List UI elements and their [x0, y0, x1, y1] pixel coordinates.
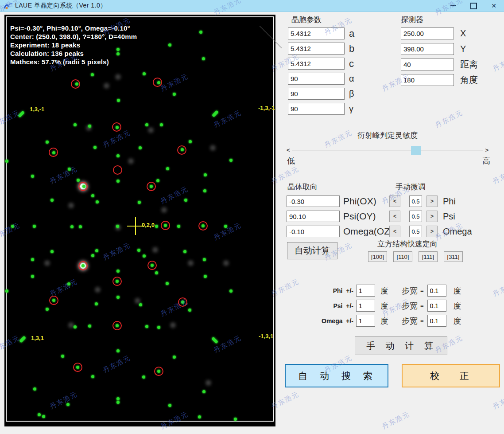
calculated-peak-dot: [181, 148, 184, 151]
faint-blob: [44, 260, 50, 266]
center-hkl-label: 0,2,0: [142, 222, 155, 228]
faint-blob: [152, 247, 158, 253]
cell-param-input-γ[interactable]: [288, 103, 345, 115]
detector-input-X[interactable]: [401, 27, 454, 39]
faint-blob: [188, 260, 194, 266]
orientation-input-Psi(OY)[interactable]: [287, 211, 340, 222]
cell-param-input-α[interactable]: [288, 73, 345, 85]
cubic-orientation-button-111[interactable]: [111]: [419, 251, 438, 262]
step-width-label: 步宽: [402, 301, 418, 311]
cell-param-label: c: [349, 58, 354, 70]
cell-param-row: c: [288, 58, 399, 70]
orientation-input-Omega(OZ)[interactable]: [287, 226, 340, 237]
fine-tune-step-input[interactable]: [409, 226, 422, 237]
laue-pattern-panel[interactable]: Psi=-0.30°, Phi=90.10°, Omega=-0.10°Cent…: [4, 15, 275, 426]
calculated-peak-dot: [139, 303, 142, 306]
faint-blob: [95, 287, 101, 293]
fine-tune-increase-button[interactable]: >: [426, 211, 438, 222]
scan-range-input[interactable]: [356, 300, 375, 312]
slider-track[interactable]: [292, 150, 483, 151]
calculated-peak-dot: [116, 225, 119, 228]
calculated-peak-dot: [46, 141, 49, 144]
calculated-peak-dot: [31, 275, 34, 278]
fine-tune-decrease-button[interactable]: <: [389, 226, 400, 237]
scan-step-input[interactable]: [427, 300, 446, 312]
cell-param-input-b[interactable]: [288, 43, 345, 55]
detector-row: 角度: [400, 74, 504, 86]
slider-left-arrow[interactable]: <: [287, 147, 290, 153]
cell-param-label: β: [349, 89, 354, 99]
calculated-peak-dot: [137, 249, 140, 252]
orientation-row: Omega(OZ): [287, 226, 393, 237]
faint-blob: [128, 158, 134, 164]
hkl-label: -1,3,-1: [258, 105, 275, 111]
scan-range-input[interactable]: [356, 285, 375, 297]
minimize-button[interactable]: [443, 0, 463, 12]
slider-right-arrow[interactable]: >: [485, 147, 488, 153]
calculated-peak-dot: [234, 418, 237, 421]
scan-axis-label: Psi +/-: [318, 302, 353, 309]
fine-tune-decrease-button[interactable]: <: [389, 195, 400, 207]
calibrate-button[interactable]: 校 正: [402, 364, 500, 387]
calculated-peak-dot: [91, 194, 94, 197]
window-title: LAUE 单晶定向系统（Ver 1.0）: [15, 2, 107, 10]
calculated-peak-dot: [5, 160, 8, 163]
calculated-peak-dot: [181, 301, 184, 304]
degree-label: 度: [454, 301, 461, 311]
slider-thumb[interactable]: [411, 146, 421, 155]
scan-row: Omega +/-度步宽=度: [318, 315, 461, 327]
faint-blob: [115, 74, 121, 80]
calculated-peak-dot: [88, 125, 91, 128]
fine-tune-title: 手动微调: [395, 182, 500, 192]
calculated-peak-dot: [70, 225, 74, 228]
scan-step-input[interactable]: [427, 285, 446, 297]
cubic-orientation-button-100[interactable]: [100]: [368, 251, 387, 262]
auto-calculate-button[interactable]: 自动计算: [287, 242, 337, 259]
sensitivity-low-label: 低: [287, 156, 295, 166]
cubic-orientation-button-110[interactable]: [110]: [393, 251, 412, 262]
calculated-peak-dot: [168, 404, 171, 407]
equals-label: =: [420, 317, 424, 324]
detector-label: X: [460, 28, 466, 39]
detector-input-角度[interactable]: [401, 74, 454, 86]
calculated-peak-dot: [68, 168, 71, 171]
fine-tune-step-input[interactable]: [409, 195, 422, 207]
detector-section: 探测器 XY距离角度: [400, 15, 504, 90]
calculated-peak-dot: [143, 254, 146, 258]
image-frame: [6, 16, 274, 422]
sensitivity-slider[interactable]: < >: [286, 146, 489, 156]
calculated-peak-dot: [157, 81, 160, 84]
detector-input-Y[interactable]: [401, 43, 454, 55]
calculated-peak-dot: [52, 151, 55, 154]
calculated-peak-dot: [155, 225, 158, 228]
cell-param-input-β[interactable]: [288, 88, 345, 100]
cell-param-input-c[interactable]: [288, 58, 345, 70]
close-button[interactable]: ✕: [484, 0, 504, 12]
auto-search-button[interactable]: 自 动 搜 索: [285, 364, 388, 387]
calculated-peak-dot: [164, 224, 167, 227]
cell-param-input-a[interactable]: [288, 27, 345, 39]
manual-calculate-button[interactable]: 手 动 计 算: [355, 336, 447, 355]
detector-title: 探测器: [401, 15, 504, 25]
fine-tune-decrease-button[interactable]: <: [389, 211, 400, 222]
fine-tune-increase-button[interactable]: >: [426, 195, 438, 207]
watermark-text: 丹东浩元: [380, 410, 411, 431]
orientation-input-Phi(OX)[interactable]: [287, 195, 340, 207]
calculated-peak-dot: [117, 99, 120, 102]
orientation-label: Phi(OX): [343, 196, 376, 207]
scan-axis-label: Omega +/-: [318, 317, 353, 325]
crystal-orientation-section: 晶体取向 Phi(OX)Psi(OY)Omega(OZ): [287, 182, 393, 241]
fine-tune-increase-button[interactable]: >: [426, 226, 438, 237]
fine-tune-step-input[interactable]: [409, 211, 422, 222]
maximize-button[interactable]: [463, 0, 484, 12]
calculated-peak-dot: [31, 258, 34, 261]
detector-input-距离[interactable]: [401, 59, 454, 70]
calculated-peak-dot: [52, 299, 55, 302]
scan-step-input[interactable]: [427, 315, 446, 327]
overlay-line: Experiment: 18 peaks: [10, 41, 137, 49]
calculated-peak-dot: [116, 296, 120, 299]
cubic-orientation-button-311[interactable]: [311]: [444, 251, 463, 262]
calculated-peak-dot: [74, 123, 77, 126]
degree-label: 度: [454, 285, 461, 296]
scan-range-input[interactable]: [356, 315, 375, 327]
